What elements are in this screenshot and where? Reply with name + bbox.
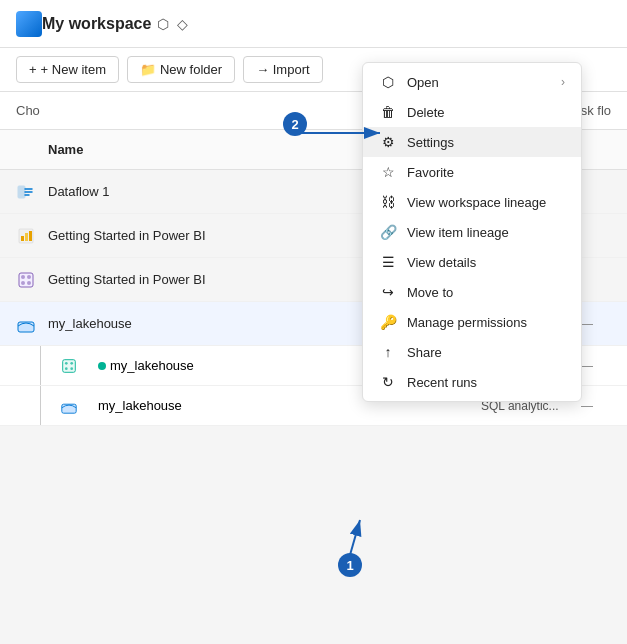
tree-line [40,386,56,425]
header-icons: ⬡ ◇ [157,16,188,32]
row-icon [60,397,92,415]
row-extra: — [581,399,611,413]
menu-item-share[interactable]: ↑ Share [363,337,581,367]
menu-item-item-lineage[interactable]: 🔗 View item lineage [363,217,581,247]
open-icon: ⬡ [379,74,397,90]
row-icon [16,270,48,290]
svg-rect-2 [21,236,24,241]
step-badge-1: 1 [338,553,362,577]
svg-rect-4 [29,231,32,241]
svg-point-6 [21,275,25,279]
delete-icon: 🗑 [379,104,397,120]
menu-item-move[interactable]: ↪ Move to [363,277,581,307]
step-badge-2: 2 [283,112,307,136]
svg-rect-5 [19,273,33,287]
row-name: my_lakehouse [48,316,406,331]
row-icon [16,226,48,246]
share-icon[interactable]: ⬡ [157,16,169,32]
submenu-arrow: › [561,75,565,89]
menu-item-details[interactable]: ☰ View details [363,247,581,277]
menu-item-settings[interactable]: ⚙ Settings [363,127,581,157]
svg-rect-0 [18,186,25,198]
new-folder-button[interactable]: 📁 New folder [127,56,235,83]
item-lineage-icon: 🔗 [379,224,397,240]
row-name: my_lakehouse [110,358,194,373]
new-item-button[interactable]: + + New item [16,56,119,83]
details-icon: ☰ [379,254,397,270]
svg-point-15 [70,367,73,370]
menu-item-workspace-lineage[interactable]: ⛓ View workspace lineage [363,187,581,217]
permissions-icon: 🔑 [379,314,397,330]
menu-item-delete[interactable]: 🗑 Delete [363,97,581,127]
svg-point-13 [70,361,73,364]
import-button[interactable]: → Import [243,56,322,83]
row-icon [60,357,92,375]
menu-item-open[interactable]: ⬡ Open › [363,67,581,97]
context-menu: ⬡ Open › 🗑 Delete ⚙ Settings ☆ Favorite … [362,62,582,402]
share-menu-icon: ↑ [379,344,397,360]
svg-point-14 [65,367,68,370]
runs-icon: ↻ [379,374,397,390]
row-icon [16,314,48,334]
instruction-text: Cho [16,103,40,118]
tree-line [40,346,56,385]
arrow-1 [280,490,380,570]
settings-icon: ⚙ [379,134,397,150]
favorite-icon: ☆ [379,164,397,180]
row-name-container: my_lakehouse [98,358,194,373]
svg-point-7 [27,275,31,279]
svg-rect-11 [63,359,76,372]
folder-icon: 📁 [140,62,156,77]
plus-icon: + [29,62,37,77]
row-name: my_lakehouse [98,398,182,413]
lineage-icon: ⛓ [379,194,397,210]
row-extra: — [581,317,611,331]
svg-rect-3 [25,233,28,241]
menu-item-permissions[interactable]: 🔑 Manage permissions [363,307,581,337]
row-icon [16,182,48,202]
menu-item-favorite[interactable]: ☆ Favorite [363,157,581,187]
svg-point-12 [65,361,68,364]
svg-point-8 [21,281,25,285]
status-dot [98,362,106,370]
header: My workspace ⬡ ◇ [0,0,627,48]
page-title: My workspace [42,15,151,33]
svg-point-9 [27,281,31,285]
move-icon: ↪ [379,284,397,300]
workspace-icon [16,11,42,37]
row-extra: — [581,359,611,373]
diamond-icon[interactable]: ◇ [177,16,188,32]
menu-item-recent-runs[interactable]: ↻ Recent runs [363,367,581,397]
